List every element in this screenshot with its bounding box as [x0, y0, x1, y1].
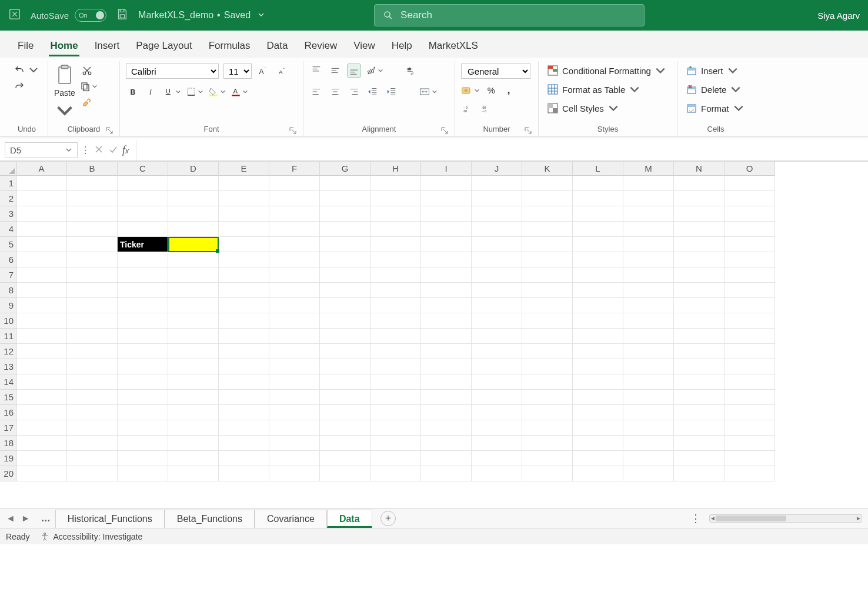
dialog-launcher-icon[interactable]: [440, 126, 449, 135]
cell-F13[interactable]: [269, 359, 320, 374]
cell-E17[interactable]: [219, 420, 269, 436]
cell-B16[interactable]: [67, 405, 118, 420]
fill-color-button[interactable]: [208, 86, 226, 97]
cell-L6[interactable]: [573, 252, 623, 267]
cell-L7[interactable]: [573, 267, 623, 283]
cell-G7[interactable]: [320, 267, 370, 283]
cell-H11[interactable]: [370, 329, 421, 344]
accounting-format-button[interactable]: [461, 85, 480, 96]
cell-N16[interactable]: [674, 405, 725, 420]
cell-B5[interactable]: [67, 237, 118, 252]
cell-D16[interactable]: [168, 405, 219, 420]
column-header[interactable]: F: [269, 162, 320, 176]
column-header[interactable]: N: [674, 162, 725, 176]
cell-C15[interactable]: [118, 390, 168, 405]
cell-G10[interactable]: [320, 313, 370, 329]
cell-E1[interactable]: [219, 176, 269, 191]
font-color-button[interactable]: A: [231, 86, 248, 97]
cell-N13[interactable]: [674, 359, 725, 374]
cell-K7[interactable]: [522, 267, 573, 283]
cell-E9[interactable]: [219, 298, 269, 313]
cell-C20[interactable]: [118, 466, 168, 481]
cell-M19[interactable]: [623, 451, 674, 466]
conditional-formatting-button[interactable]: Conditional Formatting: [545, 63, 669, 78]
cell-M6[interactable]: [623, 252, 674, 267]
cell-H17[interactable]: [370, 420, 421, 436]
cell-M15[interactable]: [623, 390, 674, 405]
cell-A11[interactable]: [16, 329, 67, 344]
cell-C11[interactable]: [118, 329, 168, 344]
cell-J4[interactable]: [472, 222, 522, 237]
cell-N12[interactable]: [674, 344, 725, 359]
cell-A17[interactable]: [16, 420, 67, 436]
cell-H14[interactable]: [370, 374, 421, 390]
column-header[interactable]: L: [573, 162, 623, 176]
wrap-text-button[interactable]: ab: [403, 63, 418, 78]
cell-K19[interactable]: [522, 451, 573, 466]
percent-button[interactable]: %: [485, 83, 499, 98]
cell-B7[interactable]: [67, 267, 118, 283]
row-header[interactable]: 12: [0, 344, 16, 359]
cell-H13[interactable]: [370, 359, 421, 374]
cell-D11[interactable]: [168, 329, 219, 344]
cell-B11[interactable]: [67, 329, 118, 344]
sheet-options-button[interactable]: ⋮: [690, 512, 701, 525]
cell-F6[interactable]: [269, 252, 320, 267]
cell-E18[interactable]: [219, 436, 269, 451]
cell-L13[interactable]: [573, 359, 623, 374]
insert-cells-button[interactable]: Insert: [683, 63, 747, 78]
cell-G14[interactable]: [320, 374, 370, 390]
underline-button[interactable]: U: [163, 86, 181, 97]
cell-O4[interactable]: [725, 222, 775, 237]
cell-H16[interactable]: [370, 405, 421, 420]
format-cells-button[interactable]: Format: [683, 101, 747, 115]
cell-N8[interactable]: [674, 283, 725, 298]
cell-H18[interactable]: [370, 436, 421, 451]
cell-K8[interactable]: [522, 283, 573, 298]
cell-C1[interactable]: [118, 176, 168, 191]
column-header[interactable]: K: [522, 162, 573, 176]
cell-G15[interactable]: [320, 390, 370, 405]
tab-help[interactable]: Help: [383, 34, 420, 58]
cell-I4[interactable]: [421, 222, 472, 237]
cell-D2[interactable]: [168, 191, 219, 206]
cell-L3[interactable]: [573, 206, 623, 222]
cells-grid[interactable]: Ticker: [16, 176, 775, 481]
cell-H10[interactable]: [370, 313, 421, 329]
cell-O18[interactable]: [725, 436, 775, 451]
decrease-indent-button[interactable]: [366, 85, 380, 99]
cell-B4[interactable]: [67, 222, 118, 237]
cell-H2[interactable]: [370, 191, 421, 206]
align-center-button[interactable]: [328, 85, 342, 99]
cell-L14[interactable]: [573, 374, 623, 390]
cell-C12[interactable]: [118, 344, 168, 359]
sheet-tab-active[interactable]: Data: [327, 510, 372, 528]
cell-I10[interactable]: [421, 313, 472, 329]
cell-A10[interactable]: [16, 313, 67, 329]
cell-J20[interactable]: [472, 466, 522, 481]
cell-J7[interactable]: [472, 267, 522, 283]
dialog-launcher-icon[interactable]: [524, 126, 532, 135]
cell-L17[interactable]: [573, 420, 623, 436]
search-box[interactable]: Search: [374, 4, 645, 26]
cell-N6[interactable]: [674, 252, 725, 267]
paste-button[interactable]: Paste: [54, 63, 75, 122]
cell-G20[interactable]: [320, 466, 370, 481]
column-header[interactable]: J: [472, 162, 522, 176]
cell-D7[interactable]: [168, 267, 219, 283]
cell-L9[interactable]: [573, 298, 623, 313]
horizontal-scrollbar[interactable]: ◄ ►: [709, 514, 862, 523]
cell-K3[interactable]: [522, 206, 573, 222]
cell-F11[interactable]: [269, 329, 320, 344]
cell-J16[interactable]: [472, 405, 522, 420]
row-header[interactable]: 14: [0, 374, 16, 390]
cell-O19[interactable]: [725, 451, 775, 466]
cell-K14[interactable]: [522, 374, 573, 390]
accessibility-status[interactable]: Accessibility: Investigate: [40, 532, 142, 541]
cell-L12[interactable]: [573, 344, 623, 359]
cell-H7[interactable]: [370, 267, 421, 283]
cell-N19[interactable]: [674, 451, 725, 466]
cell-M18[interactable]: [623, 436, 674, 451]
redo-button[interactable]: [12, 80, 41, 93]
cell-C13[interactable]: [118, 359, 168, 374]
